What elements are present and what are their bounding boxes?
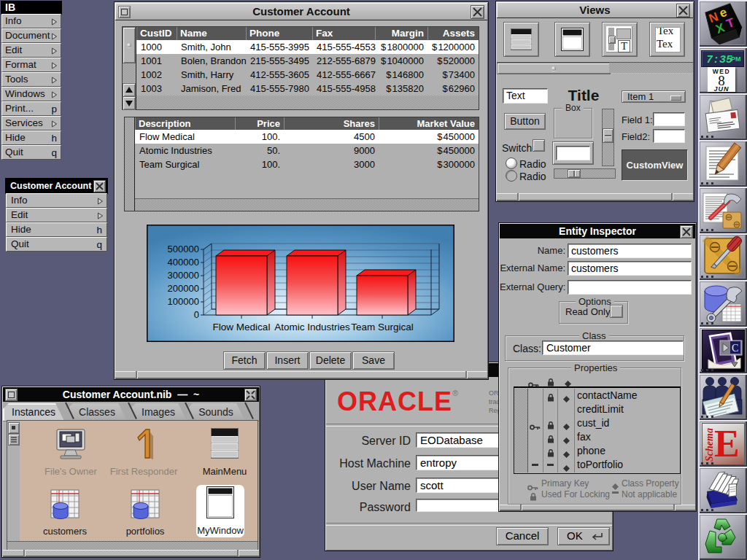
svg-text:JUN: JUN — [713, 85, 729, 92]
svg-text:Atomic Industries: Atomic Industries — [274, 322, 350, 332]
svg-text:PM: PM — [731, 55, 741, 63]
svg-text:100000: 100000 — [168, 296, 199, 307]
svg-text:Schema: Schema — [704, 428, 715, 462]
svg-text:300000: 300000 — [168, 270, 199, 281]
svg-text:400000: 400000 — [168, 257, 199, 268]
svg-text:C: C — [732, 343, 738, 354]
svg-text:Team Surgical: Team Surgical — [351, 322, 414, 332]
svg-text:200000: 200000 — [168, 283, 199, 294]
svg-text:E: E — [714, 424, 740, 464]
svg-text:0: 0 — [194, 309, 199, 320]
svg-text:Flow Medical: Flow Medical — [213, 322, 271, 332]
svg-text:7:35: 7:35 — [706, 54, 732, 66]
svg-text:500000: 500000 — [168, 244, 199, 254]
